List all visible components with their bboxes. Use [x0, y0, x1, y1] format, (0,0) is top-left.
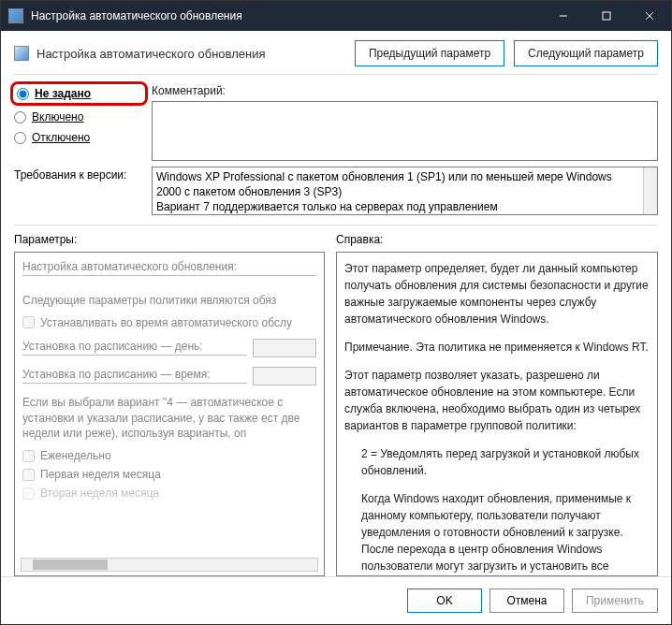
radio-enabled-label: Включено [32, 110, 83, 124]
param-chk-week2[interactable]: Вторая неделя месяца [22, 487, 316, 500]
chk-input [22, 450, 35, 462]
param-chk-auto-maintenance[interactable]: Устанавливать во время автоматического о… [22, 316, 316, 329]
radio-not-configured-input[interactable] [17, 88, 29, 100]
maximize-button[interactable] [585, 1, 628, 31]
help-p4: 2 = Уведомлять перед загрузкой и установ… [361, 445, 650, 479]
field-label: Установка по расписанию — день: [22, 340, 247, 356]
param-title: Настройка автоматического обновления: [22, 260, 316, 276]
field-label: Установка по расписанию — время: [22, 368, 247, 384]
radio-disabled-input[interactable] [14, 132, 26, 144]
footer: OK Отмена Применить [1, 576, 671, 624]
dialog-window: Настройка автоматического обновления Нас… [0, 0, 672, 625]
chk-label: Вторая неделя месяца [40, 487, 159, 500]
minimize-button[interactable] [542, 1, 585, 31]
help-label: Справка: [336, 233, 658, 246]
comment-label: Комментарий: [152, 82, 658, 97]
param-subtitle: Следующие параметры политики являются об… [22, 293, 316, 309]
chk-label: Первая неделя месяца [40, 468, 161, 481]
radio-not-configured-label: Не задано [35, 87, 91, 100]
help-p3: Этот параметр позволяет указать, разреше… [344, 367, 650, 434]
next-setting-button[interactable]: Следующий параметр [514, 40, 658, 66]
ok-button[interactable]: OK [407, 589, 482, 613]
radio-disabled[interactable]: Отключено [14, 131, 140, 144]
field-value[interactable] [253, 367, 316, 385]
params-label: Параметры: [14, 233, 325, 246]
help-text: Этот параметр определяет, будет ли данны… [344, 260, 650, 576]
param-chk-week1[interactable]: Первая неделя месяца [22, 468, 316, 481]
policy-icon [14, 46, 29, 61]
params-panel: Настройка автоматического обновления: Сл… [14, 252, 325, 576]
titlebar[interactable]: Настройка автоматического обновления [1, 1, 671, 31]
help-panel[interactable]: Этот параметр определяет, будет ли данны… [336, 252, 658, 576]
help-p1: Этот параметр определяет, будет ли данны… [344, 260, 650, 327]
field-value[interactable] [253, 339, 316, 357]
help-p5: Когда Windows находит обновления, примен… [361, 490, 650, 576]
radio-disabled-label: Отключено [32, 131, 90, 144]
requirements-label: Требования к версии: [14, 167, 140, 215]
param-chk-weekly[interactable]: Еженедельно [22, 449, 316, 462]
scrollbar-thumb[interactable] [33, 560, 108, 570]
radio-enabled-input[interactable] [14, 111, 26, 124]
state-radios: Не задано Включено Отключено [14, 82, 140, 161]
chk-label: Устанавливать во время автоматического о… [40, 316, 292, 329]
chk-input [22, 487, 35, 500]
radio-enabled[interactable]: Включено [14, 110, 140, 124]
window-title: Настройка автоматического обновления [31, 9, 542, 22]
svg-rect-1 [603, 12, 610, 20]
requirements-box[interactable]: Windows XP Professional с пакетом обновл… [152, 167, 658, 215]
param-note: Если вы выбрали вариант "4 — автоматичес… [22, 395, 316, 442]
requirements-scrollbar[interactable] [643, 167, 657, 214]
apply-button[interactable]: Применить [572, 589, 658, 613]
comment-textarea[interactable] [152, 101, 658, 161]
header: Настройка автоматического обновления Пре… [1, 31, 671, 74]
requirements-text: Windows XP Professional с пакетом обновл… [156, 169, 653, 215]
help-p2: Примечание. Эта политика не применяется … [344, 339, 650, 356]
chk-input [22, 469, 35, 481]
close-button[interactable] [628, 1, 671, 31]
header-title: Настройка автоматического обновления [37, 47, 345, 61]
params-h-scrollbar[interactable] [21, 558, 318, 572]
cancel-button[interactable]: Отмена [489, 589, 564, 613]
param-schedule-day[interactable]: Установка по расписанию — день: [22, 339, 316, 357]
app-icon [8, 8, 23, 23]
radio-not-configured[interactable]: Не задано [10, 81, 148, 106]
chk-input [22, 316, 35, 328]
chk-label: Еженедельно [40, 449, 111, 462]
param-schedule-time[interactable]: Установка по расписанию — время: [22, 367, 316, 385]
previous-setting-button[interactable]: Предыдущий параметр [355, 40, 504, 66]
